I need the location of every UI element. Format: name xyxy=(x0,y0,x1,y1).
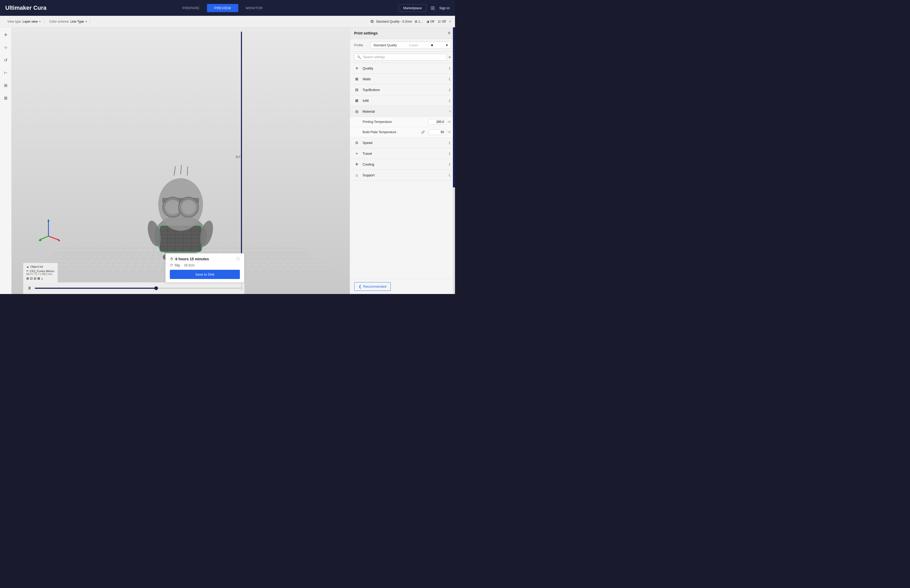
object-name: CE3_Funko Minion xyxy=(30,270,55,273)
search-input-container[interactable]: 🔍 Search settings xyxy=(354,54,446,61)
recommended-button[interactable]: ❮ Recommended xyxy=(354,282,391,291)
support2-setting[interactable]: ◑ Off xyxy=(426,20,434,23)
profile-star-icon[interactable]: ★ xyxy=(430,43,434,47)
build-plate-temp-label: Build Plate Temperature xyxy=(362,130,396,134)
infill-category-arrow: ❮ xyxy=(448,99,451,102)
category-walls[interactable]: ⊞ Walls ❮ xyxy=(350,74,455,84)
quality-button[interactable]: ⚙ Standard Quality - 0.2mm xyxy=(370,19,412,24)
profile-dropdown-arrow[interactable]: ▾ xyxy=(446,43,448,47)
sidebar-mesh-icon[interactable]: ⊠ xyxy=(2,94,10,102)
category-material[interactable]: ◎ Material ▾ xyxy=(350,106,455,117)
cooling-category-name: Cooling xyxy=(362,162,448,166)
object-settings-icon[interactable]: ⌂ xyxy=(41,277,43,280)
view-type-selector[interactable]: View type Layer view ▾ xyxy=(4,19,44,24)
object-list: ▲ Object list ✏ CE3_Funko Minion 58.0 x … xyxy=(23,263,58,283)
category-support[interactable]: ⌂ Support ❮ xyxy=(350,170,455,181)
print-settings-close-button[interactable]: ✕ xyxy=(448,31,451,36)
weight-value: 58g xyxy=(175,263,180,267)
sidebar-undo-icon[interactable]: ↺ xyxy=(2,56,10,64)
category-top-bottom[interactable]: ⊟ Top/Bottom ❮ xyxy=(350,84,455,95)
object-copy-icon[interactable]: ⊟ xyxy=(34,277,36,280)
svg-point-16 xyxy=(165,200,180,215)
infill-category-icon: ⊠ xyxy=(354,98,359,103)
printing-temp-input[interactable] xyxy=(428,119,446,125)
settings-dropdown-arrow[interactable]: ▾ xyxy=(449,20,451,23)
layer-slider-track xyxy=(241,32,242,290)
adhesion-setting[interactable]: ⊡ Off xyxy=(438,20,446,23)
color-scheme-value: Line Type xyxy=(70,20,84,23)
play-pause-button[interactable]: ⏸ xyxy=(27,286,32,291)
quality-icon: ⚙ xyxy=(370,19,374,24)
support-setting[interactable]: ⊞ 1... xyxy=(415,20,423,23)
adhesion-value: Off xyxy=(441,20,446,23)
category-infill[interactable]: ⊠ Infill ❮ xyxy=(350,95,455,106)
quality-label: Standard Quality - 0.2mm xyxy=(376,20,412,23)
sidebar-select-icon[interactable]: ⊹ xyxy=(2,43,10,52)
adhesion-icon: ⊡ xyxy=(438,20,441,23)
walls-category-name: Walls xyxy=(362,77,448,81)
link-icon: 🔗 xyxy=(421,130,425,134)
object-view-icon[interactable]: ⊞ xyxy=(26,277,29,280)
support-category-icon: ⌂ xyxy=(354,173,359,178)
playback-progress-handle[interactable] xyxy=(154,286,158,290)
top-bottom-category-name: Top/Bottom xyxy=(362,88,448,92)
category-cooling[interactable]: ✳ Cooling ❮ xyxy=(350,159,455,170)
sidebar-cut-icon[interactable]: ⊢ xyxy=(2,68,10,77)
material-category-arrow: ▾ xyxy=(449,110,451,113)
axes-indicator xyxy=(38,215,64,241)
print-settings-search: 🔍 Search settings ≡ xyxy=(350,52,455,63)
3d-viewport[interactable]: 217 ⏸ ▲ Object list ✏ CE3_Funko Minion xyxy=(11,27,350,294)
speed-category-arrow: ❮ xyxy=(448,141,451,144)
tab-monitor[interactable]: MONITOR xyxy=(238,4,270,12)
profile-select[interactable]: Standard Quality 0.2mm ★ ▾ xyxy=(370,42,451,49)
object-action-icons: ⊞ ⊡ ⊟ ⊠ ⌂ xyxy=(26,277,55,280)
object-size: 58.0 x 71.7 x 98.0 mm xyxy=(26,273,55,276)
marketplace-button[interactable]: Marketplace xyxy=(399,4,426,12)
clock-icon: ⏱ xyxy=(170,257,173,261)
3d-model xyxy=(136,147,225,268)
category-quality[interactable]: ≡ Quality ❮ xyxy=(350,63,455,74)
nav-tabs: PREPARE PREVIEW MONITOR xyxy=(175,4,270,12)
support-category-name: Support xyxy=(362,173,448,177)
color-scheme-arrow: ▾ xyxy=(86,20,87,23)
tab-preview[interactable]: PREVIEW xyxy=(207,4,238,12)
object-list-header[interactable]: ▲ Object list xyxy=(26,265,55,268)
color-scheme-selector[interactable]: Color scheme Line Type ▾ xyxy=(46,19,91,24)
time-info-icon[interactable]: ⓘ xyxy=(236,257,240,262)
speed-category-name: Speed xyxy=(362,141,448,145)
layer-slider[interactable] xyxy=(240,32,243,290)
build-plate-temperature-item: Build Plate Temperature 🔗 °C xyxy=(350,127,455,137)
weight-icon: ⏱ xyxy=(170,263,173,267)
settings-scrollbar-thumb[interactable] xyxy=(453,27,455,187)
support2-icon: ◑ xyxy=(426,20,429,23)
main-content: ✛ ⊹ ↺ ⊢ ⊞ ⊠ xyxy=(0,27,455,294)
filter-icon[interactable]: ≡ xyxy=(449,55,451,59)
playback-progress-track[interactable] xyxy=(35,288,240,289)
build-plate-temp-input[interactable] xyxy=(428,129,446,135)
object-edit-icon[interactable]: ⊡ xyxy=(30,277,33,280)
grid-icon[interactable]: ⊞ xyxy=(430,5,435,11)
top-bottom-category-icon: ⊟ xyxy=(354,87,359,92)
print-settings-title: Print settings xyxy=(354,31,378,35)
sidebar-move-icon[interactable]: ✛ xyxy=(2,31,10,39)
build-plate-temp-unit: °C xyxy=(448,131,451,134)
logo-bold: Cura xyxy=(33,5,46,11)
sidebar-group-icon[interactable]: ⊞ xyxy=(2,81,10,89)
category-travel[interactable]: ≈ Travel ❮ xyxy=(350,148,455,159)
print-settings-profile: Profile Standard Quality 0.2mm ★ ▾ xyxy=(350,39,455,52)
time-estimate-panel: ⏱ 6 hours 15 minutes ⓘ ⏱ 58g · 19.31m Sa… xyxy=(165,253,244,283)
app-logo: Ultimaker Cura xyxy=(5,5,47,11)
tab-prepare[interactable]: PREPARE xyxy=(175,4,207,12)
category-speed[interactable]: ⊙ Speed ❮ xyxy=(350,137,455,148)
object-item[interactable]: ✏ CE3_Funko Minion xyxy=(26,269,55,273)
signin-button[interactable]: Sign in xyxy=(439,6,450,10)
object-delete-icon[interactable]: ⊠ xyxy=(37,277,40,280)
print-settings-footer: ❮ Recommended xyxy=(350,279,455,294)
support2-value: Off xyxy=(430,20,434,23)
settings-scrollbar[interactable] xyxy=(453,27,455,294)
travel-category-name: Travel xyxy=(362,152,448,155)
speed-category-icon: ⊙ xyxy=(354,140,359,145)
cooling-category-icon: ✳ xyxy=(354,162,359,167)
save-to-disk-button[interactable]: Save to Disk xyxy=(170,270,240,279)
printing-temp-value-container: °C xyxy=(428,119,451,125)
